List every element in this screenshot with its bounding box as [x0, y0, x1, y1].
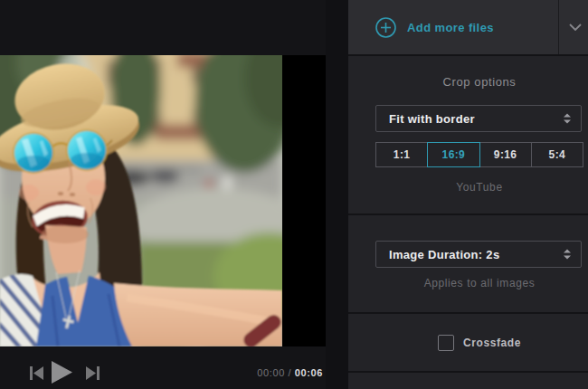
panel-footer-section	[348, 373, 588, 389]
settings-panel: Add more files Crop options Fit with bor…	[348, 0, 588, 389]
playback-controls: 00:00 / 00:06	[0, 357, 326, 389]
crossfade-toggle[interactable]: Crossfade	[375, 314, 583, 371]
next-frame-button[interactable]	[85, 365, 100, 384]
image-duration-value: Image Duration: 2s	[389, 248, 499, 261]
add-more-files-label: Add more files	[407, 21, 494, 34]
next-frame-icon	[85, 365, 100, 381]
crop-mode-value: Fit with border	[389, 112, 475, 126]
add-more-files-button[interactable]: Add more files	[375, 0, 494, 54]
panel-topbar: Add more files	[348, 0, 588, 54]
crop-mode-select[interactable]: Fit with border	[375, 105, 582, 132]
crossfade-label: Crossfade	[463, 337, 521, 349]
time-display: 00:00 / 00:06	[257, 367, 323, 378]
crop-options-heading: Crop options	[375, 75, 583, 89]
player-panel-gap	[326, 0, 348, 389]
topbar-divider	[558, 0, 559, 54]
duration-note: Applies to all images	[375, 277, 583, 289]
video-preview-image	[0, 55, 282, 346]
letterbox-bar	[282, 55, 326, 346]
time-current: 00:00	[257, 367, 285, 378]
time-total: 00:06	[295, 367, 323, 378]
image-duration-select[interactable]: Image Duration: 2s	[375, 241, 582, 268]
crossfade-checkbox[interactable]	[438, 335, 454, 351]
chevron-down-icon	[569, 24, 582, 31]
video-editor-app: 00:00 / 00:06 Add more files	[0, 0, 588, 389]
ratio-preset-label: YouTube	[375, 181, 583, 194]
stepper-icon	[564, 250, 571, 260]
ratio-button-16-9[interactable]: 16:9	[427, 142, 479, 167]
play-button[interactable]	[52, 361, 72, 386]
play-icon	[52, 361, 72, 384]
video-player: 00:00 / 00:06	[0, 0, 326, 389]
crossfade-section: Crossfade	[348, 314, 588, 371]
ratio-button-1-1[interactable]: 1:1	[375, 142, 428, 167]
ratio-button-9-16[interactable]: 9:16	[479, 142, 532, 167]
plus-circle-icon	[375, 17, 396, 38]
stepper-icon	[564, 114, 571, 124]
previous-frame-button[interactable]	[29, 365, 44, 384]
previous-frame-icon	[29, 365, 44, 381]
selfie-photo-illustration	[0, 55, 282, 346]
time-separator: /	[289, 367, 292, 378]
collapse-panel-button[interactable]	[562, 0, 588, 54]
aspect-ratio-group: 1:1 16:9 9:16 5:4	[375, 142, 583, 167]
crop-options-section: Crop options Fit with border 1:1 16:9 9:…	[348, 56, 588, 213]
image-duration-section: Image Duration: 2s Applies to all images	[348, 215, 588, 312]
ratio-button-5-4[interactable]: 5:4	[531, 142, 583, 167]
